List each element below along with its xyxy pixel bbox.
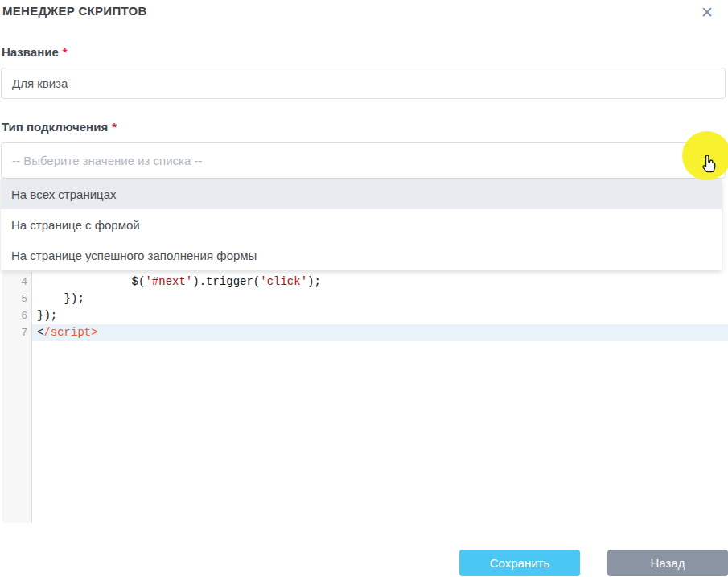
connection-type-dropdown: На всех страницахНа странице с формойНа … <box>1 179 722 270</box>
required-asterisk: * <box>112 120 117 134</box>
required-asterisk: * <box>63 45 68 59</box>
line-number: 5 <box>2 291 32 307</box>
type-field-label: Тип подключения* <box>2 120 117 134</box>
type-field-label-text: Тип подключения <box>2 120 108 134</box>
name-field-label: Название* <box>2 45 68 59</box>
dropdown-option-1[interactable]: На странице с формой <box>1 209 722 240</box>
select-placeholder: -- Выберите значение из списка -- <box>12 154 202 167</box>
connection-type-select[interactable]: -- Выберите значение из списка -- <box>1 142 726 179</box>
code-text: $('#next').trigger('click'); <box>32 274 728 291</box>
back-button[interactable]: Назад <box>607 550 728 576</box>
pointer-hand-cursor-icon <box>698 152 722 176</box>
code-editor[interactable]: 4 $('#next').trigger('click');5 });6});7… <box>2 272 728 523</box>
code-text: }); <box>32 291 728 307</box>
code-line-6[interactable]: 6}); <box>2 307 728 324</box>
save-button[interactable]: Сохранить <box>459 550 580 576</box>
line-number: 6 <box>2 307 32 324</box>
line-number: 7 <box>2 324 32 341</box>
dropdown-option-0[interactable]: На всех страницах <box>1 179 722 209</box>
code-line-7[interactable]: 7</script> <box>2 324 728 341</box>
code-line-4[interactable]: 4 $('#next').trigger('click'); <box>2 274 728 291</box>
close-icon[interactable]: ✕ <box>697 2 718 23</box>
line-number: 4 <box>2 274 32 291</box>
name-input[interactable] <box>1 68 726 99</box>
page-title: МЕНЕДЖЕР СКРИПТОВ <box>2 4 147 18</box>
code-line-5[interactable]: 5 }); <box>2 291 728 307</box>
dropdown-option-2[interactable]: На странице успешного заполнения формы <box>1 240 722 270</box>
code-text: }); <box>32 307 728 324</box>
name-field-label-text: Название <box>2 45 59 59</box>
code-text: </script> <box>32 324 728 341</box>
